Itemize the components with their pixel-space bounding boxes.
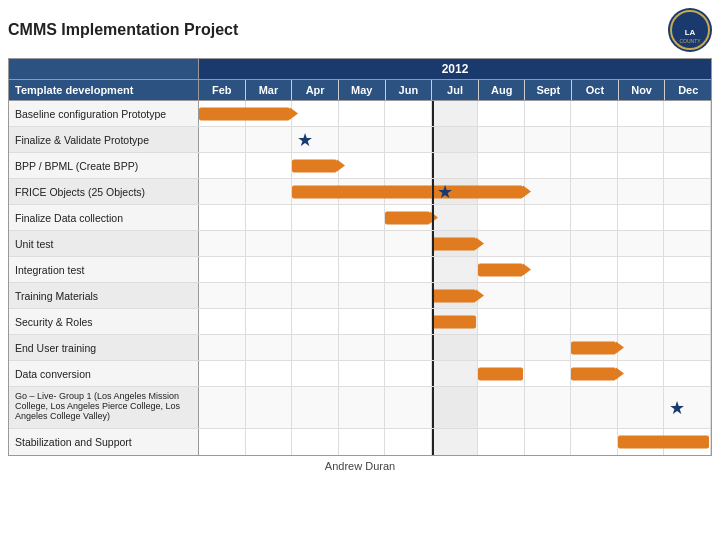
- gantt-cell: [664, 283, 711, 308]
- gantt-cell: [432, 257, 479, 282]
- gantt-cell: [478, 231, 525, 256]
- gantt-cell: [478, 205, 525, 230]
- gantt-cell: [292, 387, 339, 428]
- month-oct: Oct: [572, 80, 619, 100]
- month-may: May: [339, 80, 386, 100]
- gantt-cell: [385, 231, 432, 256]
- table-row: Training Materials: [9, 283, 711, 309]
- gantt-cell: [199, 387, 246, 428]
- bar-arrow: [616, 367, 624, 379]
- gantt-bar: [432, 237, 477, 250]
- gantt-cell: [246, 205, 293, 230]
- gantt-cell: [199, 231, 246, 256]
- gantt-cell: [385, 153, 432, 178]
- row-cells: [199, 429, 711, 455]
- gantt-cell: [432, 361, 479, 386]
- gantt-cell: [246, 257, 293, 282]
- row-label: Data conversion: [9, 361, 199, 386]
- row-cells: [199, 309, 711, 334]
- bar-arrow: [290, 107, 298, 119]
- gantt-bar: [478, 367, 523, 380]
- gantt-cell: [339, 153, 386, 178]
- gantt-cell: [618, 283, 665, 308]
- gantt-cell: [199, 127, 246, 152]
- gantt-cell: [571, 127, 618, 152]
- table-row: Baseline configuration Prototype: [9, 101, 711, 127]
- gantt-cell: [385, 257, 432, 282]
- gantt-cell: [385, 127, 432, 152]
- svg-text:LA: LA: [685, 28, 696, 37]
- gantt-cell: [525, 179, 572, 204]
- row-label: Finalize Data collection: [9, 205, 199, 230]
- gantt-cell: [385, 361, 432, 386]
- bar-arrow: [616, 341, 624, 353]
- row-cells: [199, 361, 711, 386]
- row-label: BPP / BPML (Create BPP): [9, 153, 199, 178]
- gantt-cell: [292, 309, 339, 334]
- row-cells: [199, 257, 711, 282]
- table-row: Security & Roles: [9, 309, 711, 335]
- table-row: Go – Live- Group 1 (Los Angeles Mission …: [9, 387, 711, 429]
- gantt-cell: [339, 335, 386, 360]
- row-cells: ★: [199, 179, 711, 204]
- row-label: Finalize & Validate Prototype: [9, 127, 199, 152]
- gantt-cell: [664, 205, 711, 230]
- gantt-cell: [385, 429, 432, 455]
- gantt-cell: [664, 361, 711, 386]
- gantt-cell: [432, 335, 479, 360]
- gantt-cell: [199, 429, 246, 455]
- month-apr: Apr: [292, 80, 339, 100]
- gantt-cell: [292, 205, 339, 230]
- row-cells: ★: [199, 127, 711, 152]
- gantt-cell: [199, 257, 246, 282]
- gantt-cell: [571, 231, 618, 256]
- month-jun: Jun: [386, 80, 433, 100]
- row-label: End User training: [9, 335, 199, 360]
- gantt-cell: [432, 205, 479, 230]
- gantt-cell: [246, 361, 293, 386]
- gantt-cell: [525, 361, 572, 386]
- month-jul: Jul: [432, 80, 479, 100]
- gantt-cell: [339, 309, 386, 334]
- gantt-cell: [571, 153, 618, 178]
- gantt-cell: [525, 101, 572, 126]
- gantt-bar: [199, 107, 290, 120]
- gantt-cell: [385, 309, 432, 334]
- gantt-cell: [199, 179, 246, 204]
- gantt-bar: [571, 367, 616, 380]
- month-sept: Sept: [525, 80, 572, 100]
- gantt-cell: [618, 335, 665, 360]
- gantt-cell: [385, 335, 432, 360]
- gantt-cell: [525, 309, 572, 334]
- gantt-cell: [246, 429, 293, 455]
- gantt-cell: [292, 429, 339, 455]
- gantt-cell: [525, 127, 572, 152]
- gantt-cell: [478, 101, 525, 126]
- gantt-cell: [339, 231, 386, 256]
- gantt-cell: [339, 101, 386, 126]
- gantt-cell: [432, 387, 479, 428]
- row-cells: [199, 231, 711, 256]
- gantt-cell: [199, 153, 246, 178]
- gantt-cell: [339, 429, 386, 455]
- gantt-cell: [292, 283, 339, 308]
- table-row: Stabilization and Support: [9, 429, 711, 455]
- bar-arrow: [337, 159, 345, 171]
- gantt-body: Baseline configuration PrototypeFinalize…: [9, 101, 711, 455]
- gantt-bar: [432, 289, 477, 302]
- gantt-cell: [432, 153, 479, 178]
- gantt-cell: [432, 429, 479, 455]
- gantt-cell: [618, 179, 665, 204]
- gantt-cell: [478, 309, 525, 334]
- month-nov: Nov: [619, 80, 666, 100]
- gantt-cell: [525, 429, 572, 455]
- gantt-cell: [292, 361, 339, 386]
- gantt-cell: [432, 101, 479, 126]
- gantt-cell: [385, 387, 432, 428]
- gantt-cell: [478, 335, 525, 360]
- gantt-cell: [339, 205, 386, 230]
- bar-arrow: [430, 211, 438, 223]
- gantt-cell: [525, 335, 572, 360]
- row-label: Unit test: [9, 231, 199, 256]
- gantt-cell: [664, 153, 711, 178]
